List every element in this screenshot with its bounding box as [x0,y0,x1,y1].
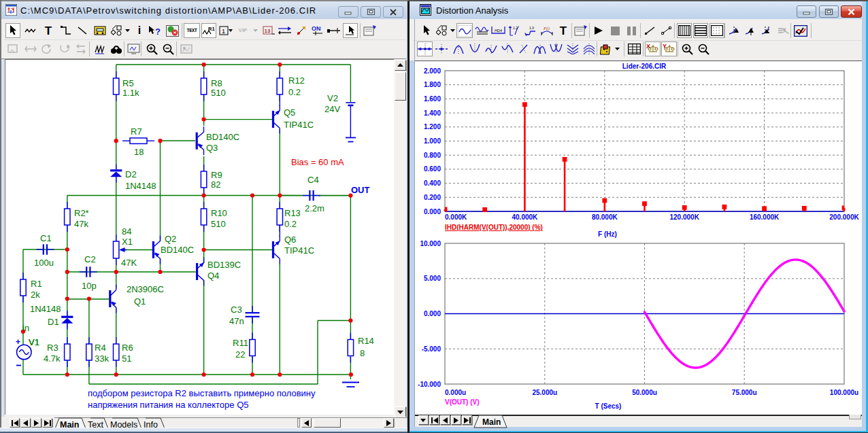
svg-text:0.600: 0.600 [424,165,441,173]
svg-text:47K: 47K [121,258,137,268]
svg-text:C2: C2 [84,254,96,264]
svg-text:Q2: Q2 [165,234,176,244]
svg-text:200.000K: 200.000K [829,213,859,221]
svg-text:D1: D1 [48,317,59,327]
svg-text:18: 18 [134,147,144,157]
svg-text:10p: 10p [82,281,97,291]
svg-text:8: 8 [360,348,365,358]
svg-text:Bias = 60 mA: Bias = 60 mA [291,157,344,167]
svg-text:R1: R1 [31,279,42,289]
svg-text:F (Hz): F (Hz) [598,230,617,238]
svg-text:0.000K: 0.000K [445,213,467,221]
svg-text:75.000u: 75.000u [732,389,757,396]
svg-text:IHD(HARM(V(OUT)),20000) (%): IHD(HARM(V(OUT)),20000) (%) [445,224,543,231]
svg-text:47k: 47k [74,219,88,229]
svg-text:C4: C4 [307,175,319,185]
svg-text:R8: R8 [211,78,222,88]
svg-text:2k: 2k [31,290,40,300]
svg-text:80.000K: 80.000K [592,213,618,221]
svg-text:Q4: Q4 [207,271,219,281]
svg-text:10.000: 10.000 [420,240,441,247]
svg-text:0.2: 0.2 [288,87,301,97]
svg-text:1.1k: 1.1k [122,88,139,98]
svg-text:OUT: OUT [351,185,370,195]
svg-text:100u: 100u [34,258,54,268]
svg-text:120.000K: 120.000K [670,213,700,221]
svg-text:0.800: 0.800 [424,152,441,159]
svg-text:C1: C1 [40,233,52,243]
svg-text:2.2m: 2.2m [305,203,324,213]
svg-text:0.200: 0.200 [424,194,441,201]
svg-text:R7: R7 [131,126,142,137]
svg-text:BD140C: BD140C [206,132,239,142]
svg-text:in: in [22,323,29,333]
svg-text:R11: R11 [233,338,248,348]
svg-text:R3: R3 [47,343,59,353]
svg-text:BD140C: BD140C [161,245,194,255]
svg-text:2N3906C: 2N3906C [127,284,164,294]
svg-text:R10: R10 [211,208,227,218]
svg-text:1.200: 1.200 [424,123,441,131]
svg-text:+: + [16,337,20,347]
svg-text:0.400: 0.400 [424,179,441,187]
svg-text:подбором резистора R2 выставит: подбором резистора R2 выставить примерно… [88,388,316,398]
svg-text:1N4148: 1N4148 [125,181,156,191]
svg-text:40.000K: 40.000K [512,213,538,221]
svg-text:82: 82 [211,179,220,190]
svg-text:5.000: 5.000 [424,275,441,282]
svg-text:1.400: 1.400 [424,109,441,117]
svg-text:1.600: 1.600 [424,95,441,103]
svg-text:T (Secs): T (Secs) [595,402,622,410]
svg-text:R4: R4 [95,343,106,353]
svg-text:1N4148: 1N4148 [30,304,61,314]
svg-text:33k: 33k [95,353,109,364]
svg-text:напряжения питания на коллекто: напряжения питания на коллекторе Q5 [88,400,249,410]
svg-text:TIP41C: TIP41C [284,120,314,130]
svg-text:Q1: Q1 [134,296,146,307]
svg-text:X1: X1 [122,237,133,247]
svg-text:R2*: R2* [74,208,89,218]
svg-text:4.7k: 4.7k [44,353,61,364]
svg-text:100.000u: 100.000u [830,389,858,396]
svg-text:R12: R12 [288,75,305,86]
svg-text:51: 51 [122,353,131,364]
svg-text:R14: R14 [358,336,374,346]
svg-text:V2: V2 [327,93,338,103]
svg-text:1.000: 1.000 [424,137,441,145]
svg-text:510: 510 [211,219,226,229]
svg-text:510: 510 [211,88,226,98]
svg-text:47n: 47n [229,316,244,326]
svg-text:Q6: Q6 [284,235,296,245]
svg-text:BD139C: BD139C [207,260,241,270]
svg-text:D2: D2 [125,169,137,179]
svg-text:84: 84 [122,226,131,237]
svg-text:C3: C3 [231,305,242,315]
svg-text:R6: R6 [122,343,133,353]
svg-text:160.000K: 160.000K [750,213,780,221]
svg-text:0.000u: 0.000u [445,389,466,396]
svg-text:R5: R5 [122,78,134,88]
svg-text:2.000: 2.000 [424,67,441,75]
svg-text:-5.000: -5.000 [422,345,441,353]
svg-text:Q5: Q5 [284,107,295,118]
svg-text:0.000: 0.000 [424,310,441,317]
svg-text:-10.000: -10.000 [418,381,441,388]
svg-text:0.2: 0.2 [284,219,297,229]
svg-text:R13: R13 [284,208,301,218]
svg-text:1.800: 1.800 [424,81,441,88]
svg-text:25.000u: 25.000u [532,389,557,396]
svg-text:Lider-206.CIR: Lider-206.CIR [622,63,667,70]
svg-text:TIP41C: TIP41C [284,245,314,256]
svg-text:Main: Main [482,417,501,427]
svg-text:V(OUT) (V): V(OUT) (V) [445,398,480,406]
svg-text:R9: R9 [211,170,222,180]
svg-text:22: 22 [235,349,245,360]
svg-text:0.000: 0.000 [424,208,441,215]
svg-text:Q3: Q3 [206,143,218,153]
svg-text:V1: V1 [29,337,39,347]
svg-text:50.000u: 50.000u [632,389,657,396]
svg-text:24V: 24V [324,104,340,114]
